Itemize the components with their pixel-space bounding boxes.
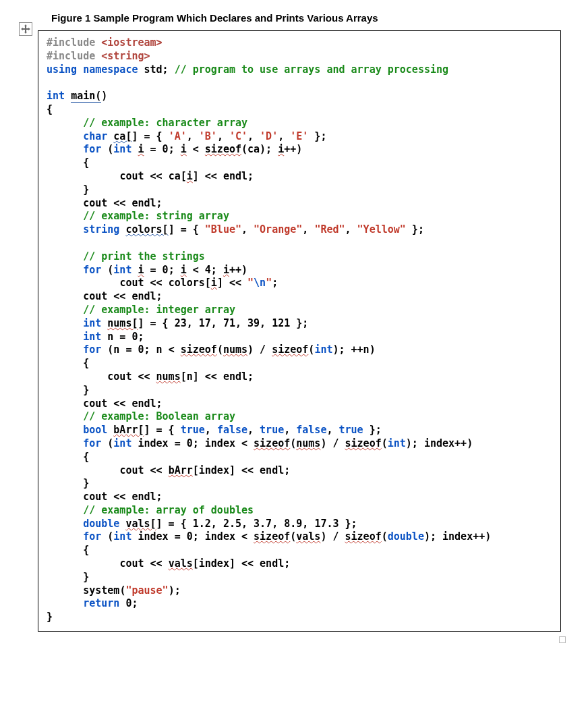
kw-int: int — [47, 90, 65, 102]
comment: // example: string array — [83, 210, 229, 222]
header-iostream: <iostream> — [101, 36, 162, 49]
page: Figure 1 Sample Program Which Declares a… — [0, 0, 588, 718]
comment: // example: array of doubles — [83, 504, 254, 516]
std: std — [144, 63, 163, 76]
code-block: #include <iostream> #include <string> us… — [38, 30, 561, 632]
preprocessor: #include — [47, 36, 95, 49]
kw-using: using — [47, 63, 77, 76]
comment: // print the strings — [83, 250, 205, 263]
figure-caption: Figure 1 Sample Program Which Declares a… — [51, 12, 561, 24]
main-fn: main( — [71, 90, 101, 103]
move-handle-icon[interactable] — [19, 22, 32, 36]
comment: // example: Boolean array — [83, 410, 235, 422]
comment: // example: integer array — [83, 304, 235, 316]
resize-handle-icon[interactable] — [559, 636, 566, 643]
preprocessor: #include — [47, 50, 95, 62]
kw-namespace: namespace — [83, 63, 138, 76]
comment: // example: character array — [83, 117, 247, 129]
comment: // program to use arrays and array proce… — [175, 63, 448, 76]
header-string: <string> — [101, 50, 150, 62]
